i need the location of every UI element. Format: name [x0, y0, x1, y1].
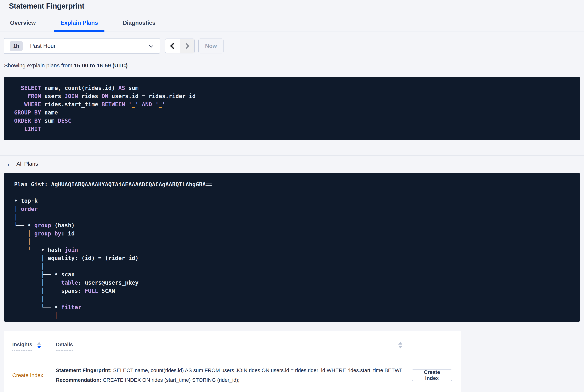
now-button[interactable]: Now: [198, 38, 223, 54]
prev-time-button[interactable]: [165, 39, 180, 53]
sort-icon-details[interactable]: [398, 342, 402, 348]
tab-overview[interactable]: Overview: [10, 16, 36, 31]
plan-gist-label: Plan Gist:: [14, 181, 51, 188]
detail-recommendation-line: Recommendation: CREATE INDEX ON rides (s…: [56, 375, 402, 385]
detail-recommendation-text: CREATE INDEX ON rides (start_time) STORI…: [101, 377, 239, 383]
section-divider: [0, 156, 584, 156]
tab-explain-plans[interactable]: Explain Plans: [60, 16, 98, 31]
plan-gist-value: AgHUAQIABQAAAAHYAQIAiAEAAAADCQACAgAABQIL…: [51, 181, 212, 188]
interval-badge: 1h: [10, 41, 23, 51]
insights-card: Insights Details Create Index Statement …: [4, 331, 461, 392]
sort-down-arrow-icon: [398, 346, 402, 348]
detail-statement-text: SELECT name, count(rides.id) AS sum FROM…: [112, 368, 402, 373]
showing-range-bold: 15:00 to 16:59 (UTC): [74, 62, 127, 68]
sort-icon-insights[interactable]: [37, 342, 41, 348]
plan-gist-line: Plan Gist: AgHUAQIABQAAAAHYAQIAiAEAAAADC…: [14, 180, 580, 188]
page-title: Statement Fingerprint: [0, 0, 584, 10]
all-plans-link[interactable]: ←All Plans: [6, 161, 38, 167]
plan-gist-block: Plan Gist: AgHUAQIABQAAAAHYAQIAiAEAAAADC…: [4, 173, 580, 322]
details-header-label[interactable]: Details: [56, 342, 73, 351]
time-interval-dropdown[interactable]: 1h Past Hour: [4, 38, 160, 54]
all-plans-label: All Plans: [16, 161, 38, 167]
insights-column-header: Insights: [12, 342, 56, 351]
detail-statement-label: Statement Fingerprint:: [56, 368, 112, 373]
time-interval-label: Past Hour: [30, 42, 56, 49]
statement-fingerprint-page: Statement Fingerprint Overview Explain P…: [0, 0, 584, 392]
sort-up-arrow-icon: [37, 342, 41, 344]
tab-diagnostics[interactable]: Diagnostics: [122, 16, 156, 31]
insight-type-link[interactable]: Create Index: [12, 372, 43, 378]
chevron-down-icon: [149, 44, 153, 48]
time-nav-group: [165, 38, 195, 54]
plan-tree: • top-k│ order│└── • group (hash) │ grou…: [14, 188, 580, 320]
chevron-left-icon: [170, 43, 176, 49]
insights-table-header: Insights Details: [12, 342, 452, 363]
next-time-button[interactable]: [180, 39, 194, 53]
detail-recommendation-label: Recommendation:: [56, 377, 101, 383]
create-index-button[interactable]: Create Index: [412, 370, 452, 381]
insight-action-cell: Create Index: [402, 370, 452, 381]
showing-range-text: Showing explain plans from 15:00 to 16:5…: [4, 62, 584, 69]
detail-statement-line: Statement Fingerprint: SELECT name, coun…: [56, 366, 402, 375]
sql-code: SELECT name, count(rides.id) AS sum FROM…: [14, 84, 580, 133]
chevron-right-icon: [183, 43, 190, 49]
sort-down-arrow-icon: [37, 346, 41, 348]
insight-row: Create Index Statement Fingerprint: SELE…: [12, 363, 452, 385]
insights-header-label[interactable]: Insights: [12, 342, 32, 351]
showing-range-prefix: Showing explain plans from: [4, 62, 74, 68]
arrow-left-icon: ←: [6, 161, 13, 166]
sql-statement-block: SELECT name, count(rides.id) AS sum FROM…: [4, 77, 580, 140]
insight-type-cell: Create Index: [12, 372, 56, 378]
tab-bar: Overview Explain Plans Diagnostics: [0, 16, 584, 32]
sort-up-arrow-icon: [398, 342, 402, 344]
details-column-header: Details: [56, 342, 402, 351]
insight-details-cell: Statement Fingerprint: SELECT name, coun…: [56, 366, 402, 385]
time-picker-row: 1h Past Hour Now: [4, 38, 584, 54]
